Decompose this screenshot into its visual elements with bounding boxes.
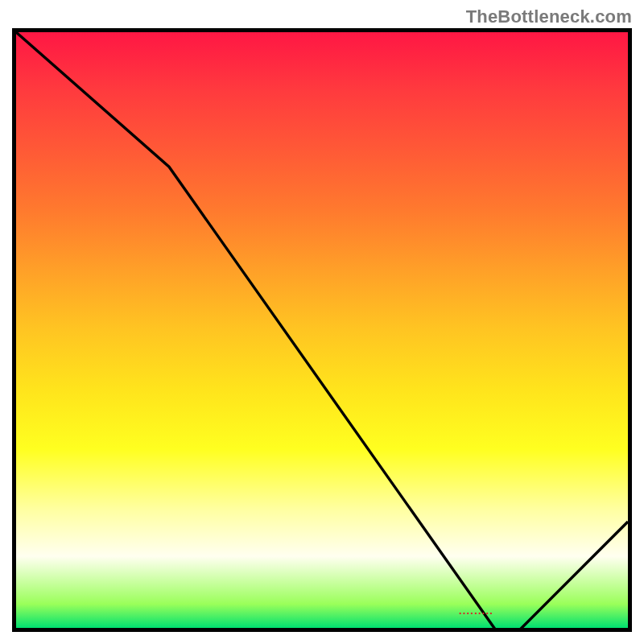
heat-gradient-background (16, 32, 628, 628)
chart-frame: ••••••••• (12, 28, 632, 632)
watermark-text: TheBottleneck.com (466, 6, 632, 27)
annotation-marker: ••••••••• (459, 609, 493, 617)
